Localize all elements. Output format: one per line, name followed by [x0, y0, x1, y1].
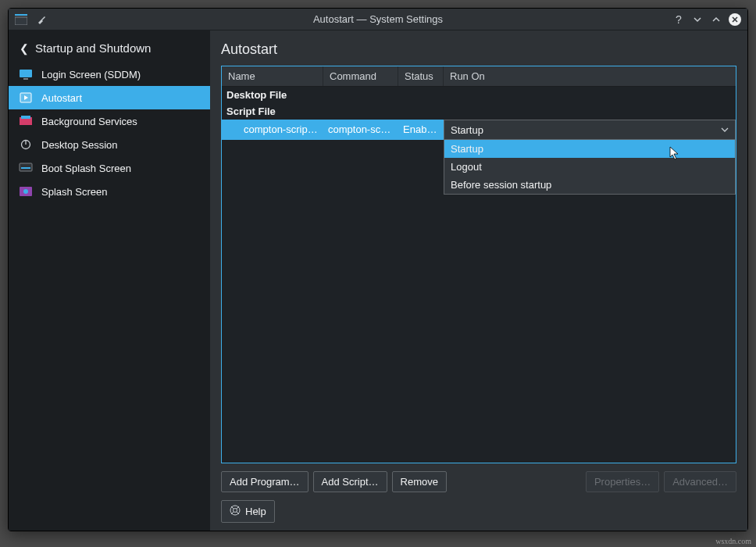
svg-rect-6 [21, 116, 30, 119]
window-title: Autostart — System Settings [9, 13, 747, 25]
table-header: Name Command Status Run On [222, 66, 736, 87]
cell-command: compton-scri… [323, 120, 398, 140]
play-icon [18, 91, 34, 105]
monitor-icon [18, 67, 34, 81]
power-icon [18, 138, 34, 152]
cell-name: compton-script.sh [239, 120, 323, 140]
advanced-button: Advanced… [664, 471, 736, 492]
help-icon[interactable]: ? [672, 13, 685, 26]
sidebar-item-label: Desktop Session [41, 139, 118, 151]
main-panel: Autostart Name Command Status Run On Des… [210, 30, 747, 531]
autostart-table: Name Command Status Run On Desktop File … [221, 66, 736, 463]
remove-button[interactable]: Remove [392, 471, 447, 492]
titlebar[interactable]: Autostart — System Settings ? [9, 9, 747, 30]
section-desktop-file[interactable]: Desktop File [222, 87, 736, 103]
svg-rect-10 [21, 167, 30, 169]
splash-icon [18, 184, 34, 198]
sidebar-item-label: Autostart [41, 92, 82, 104]
help-button[interactable]: Help [221, 500, 275, 523]
close-icon[interactable] [729, 13, 741, 26]
sidebar-item-label: Boot Splash Screen [41, 163, 131, 174]
col-runon[interactable]: Run On [444, 66, 736, 86]
dropdown-item-startup[interactable]: Startup [444, 140, 735, 158]
col-name[interactable]: Name [222, 66, 323, 86]
add-script-button[interactable]: Add Script… [313, 471, 387, 492]
sidebar-header-label: Startup and Shutdown [35, 41, 151, 55]
sidebar-item-background-services[interactable]: Background Services [9, 109, 210, 133]
sidebar-item-boot-splash[interactable]: Boot Splash Screen [9, 156, 210, 180]
app-icon [15, 13, 27, 26]
svg-rect-1 [15, 17, 27, 25]
sidebar-back[interactable]: ❮ Startup and Shutdown [9, 30, 210, 63]
sidebar-item-label: Splash Screen [41, 186, 108, 198]
tree-indent [222, 120, 239, 140]
lifebuoy-icon [230, 505, 241, 518]
chevron-left-icon: ❮ [20, 42, 29, 55]
properties-button: Properties… [586, 471, 659, 492]
table-row[interactable]: compton-script.sh compton-scri… Enabled … [222, 120, 736, 140]
runon-dropdown: Startup Logout Before session startup [444, 139, 736, 195]
svg-rect-3 [23, 78, 28, 80]
sidebar-item-splash-screen[interactable]: Splash Screen [9, 180, 210, 203]
sidebar-item-login-screen[interactable]: Login Screen (SDDM) [9, 63, 210, 86]
help-button-label: Help [245, 506, 266, 517]
section-script-file[interactable]: Script File [222, 103, 736, 120]
sidebar-item-label: Background Services [41, 116, 137, 127]
boot-splash-icon [18, 161, 34, 175]
watermark: wsxdn.com [715, 537, 751, 545]
cell-status: Enabled [398, 120, 444, 140]
sidebar-item-desktop-session[interactable]: Desktop Session [9, 133, 210, 156]
col-command[interactable]: Command [323, 66, 398, 86]
svg-rect-2 [20, 70, 32, 77]
dropdown-item-before-session[interactable]: Before session startup [444, 176, 735, 194]
button-row: Add Program… Add Script… Remove Properti… [221, 471, 736, 492]
svg-point-14 [234, 509, 237, 513]
runon-selected-value: Startup [451, 124, 483, 136]
sidebar-item-autostart[interactable]: Autostart [9, 86, 210, 109]
maximize-icon[interactable] [710, 13, 722, 26]
sidebar: ❮ Startup and Shutdown Login Screen (SDD… [9, 30, 210, 531]
chevron-down-icon [721, 124, 729, 136]
sidebar-item-label: Login Screen (SDDM) [41, 69, 141, 80]
dropdown-item-logout[interactable]: Logout [444, 158, 735, 176]
services-icon [18, 114, 34, 128]
minimize-icon[interactable] [691, 13, 704, 26]
svg-rect-0 [15, 14, 27, 16]
svg-point-12 [23, 189, 28, 194]
col-status[interactable]: Status [398, 66, 444, 86]
runon-select[interactable]: Startup Startup Logout Before session st… [444, 120, 736, 140]
window: Autostart — System Settings ? ❮ Startup … [8, 8, 748, 531]
page-title: Autostart [221, 41, 736, 58]
pin-icon[interactable] [35, 13, 48, 26]
add-program-button[interactable]: Add Program… [221, 471, 308, 492]
